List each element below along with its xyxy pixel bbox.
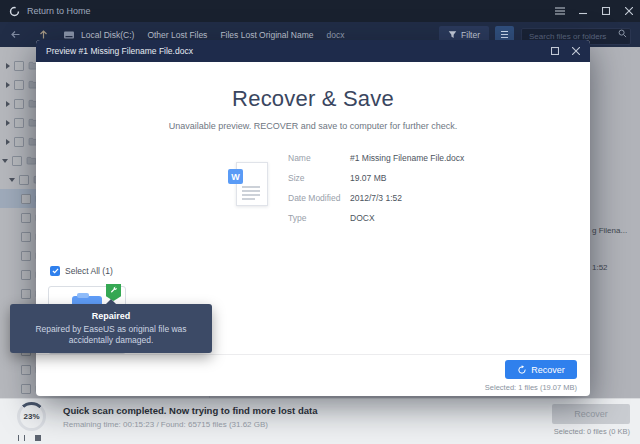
pause-icon[interactable] — [18, 435, 25, 441]
file-info-value: 2012/7/3 1:52 — [350, 193, 402, 203]
breadcrumb-item-files-lost-original-name[interactable]: Files Lost Original Name — [220, 30, 313, 40]
recover-button-label: Recover — [574, 409, 608, 419]
search-icon[interactable] — [618, 29, 627, 38]
close-icon[interactable] — [617, 0, 640, 22]
window-title: Return to Home — [27, 6, 91, 16]
file-info-row-size: Size 19.07 MB — [288, 172, 464, 183]
minimize-icon[interactable] — [571, 0, 594, 22]
selected-summary: Selected: 1 files (19.07 MB) — [485, 383, 577, 392]
repaired-tooltip: Repaired Repaired by EaseUS as original … — [10, 304, 212, 353]
menu-icon[interactable] — [548, 0, 571, 22]
recover-refresh-icon — [517, 365, 527, 375]
scan-status-text: Quick scan completed. Now trying to find… — [63, 405, 317, 429]
footer-divider — [36, 354, 590, 355]
breadcrumb-item-other-lost-files[interactable]: Other Lost Files — [147, 30, 207, 40]
app-logo-icon — [9, 6, 20, 17]
breadcrumb-item-docx[interactable]: docx — [326, 30, 344, 40]
filter-icon — [448, 30, 457, 39]
file-info-label: Name — [288, 153, 350, 163]
repaired-tooltip-title: Repaired — [10, 304, 212, 321]
select-all-checkbox[interactable] — [50, 266, 60, 276]
scan-status-detail: Remaining time: 00:15:23 / Found: 65715 … — [63, 420, 317, 429]
word-document-icon: W — [228, 160, 270, 208]
recover-button-disabled[interactable]: Recover — [552, 404, 630, 424]
stop-icon[interactable] — [35, 435, 41, 441]
disk-icon — [63, 30, 75, 40]
selected-summary: Selected: 0 files (0 KB) — [554, 427, 630, 436]
file-info-value: #1 Missing Filename File.docx — [350, 153, 464, 163]
scan-controls — [18, 435, 41, 441]
select-all-control[interactable]: Select All (1) — [50, 266, 113, 276]
recover-save-heading: Recover & Save — [36, 86, 590, 112]
file-info-label: Type — [288, 213, 350, 223]
back-arrow-icon[interactable] — [10, 29, 21, 40]
breadcrumb-item-drive[interactable]: Local Disk(C:) — [81, 30, 134, 40]
scan-status-message: Quick scan completed. Now trying to find… — [63, 405, 317, 416]
preview-dialog-controls — [551, 47, 580, 55]
preview-dialog-header: Preview #1 Missing Filename File.docx — [36, 40, 590, 62]
file-info-row-date-modified: Date Modified 2012/7/3 1:52 — [288, 192, 464, 203]
list-view-icon — [500, 30, 509, 39]
select-all-label: Select All (1) — [65, 266, 113, 276]
scan-progress-ring: 23% — [17, 402, 46, 431]
window-controls — [548, 0, 640, 22]
maximize-icon[interactable] — [551, 47, 559, 55]
file-info-value: 19.07 MB — [350, 173, 386, 183]
recover-button[interactable]: Recover — [505, 360, 577, 379]
scan-progress-percent: 23% — [17, 412, 46, 421]
file-info-value: DOCX — [350, 213, 375, 223]
filter-label: Filter — [461, 30, 480, 40]
preview-dialog-title: Preview #1 Missing Filename File.docx — [46, 46, 193, 56]
maximize-icon[interactable] — [594, 0, 617, 22]
file-info-label: Size — [288, 173, 350, 183]
file-info-row-type: Type DOCX — [288, 212, 464, 223]
titlebar: Return to Home — [0, 0, 640, 22]
recover-button-label: Recover — [531, 365, 565, 375]
file-info-row-name: Name #1 Missing Filename File.docx — [288, 152, 464, 163]
wrench-icon — [110, 286, 118, 294]
close-icon[interactable] — [572, 47, 580, 55]
file-info-label: Date Modified — [288, 193, 350, 203]
repaired-tooltip-body: Repaired by EaseUS as original file was … — [24, 324, 198, 347]
up-arrow-icon[interactable] — [38, 29, 49, 40]
scan-status-bar: 23% Quick scan completed. Now trying to … — [0, 398, 640, 444]
file-info: Name #1 Missing Filename File.docx Size … — [288, 152, 464, 232]
recover-save-subheading: Unavailable preview. RECOVER and save to… — [36, 121, 590, 131]
word-letter-tile: W — [228, 169, 243, 184]
